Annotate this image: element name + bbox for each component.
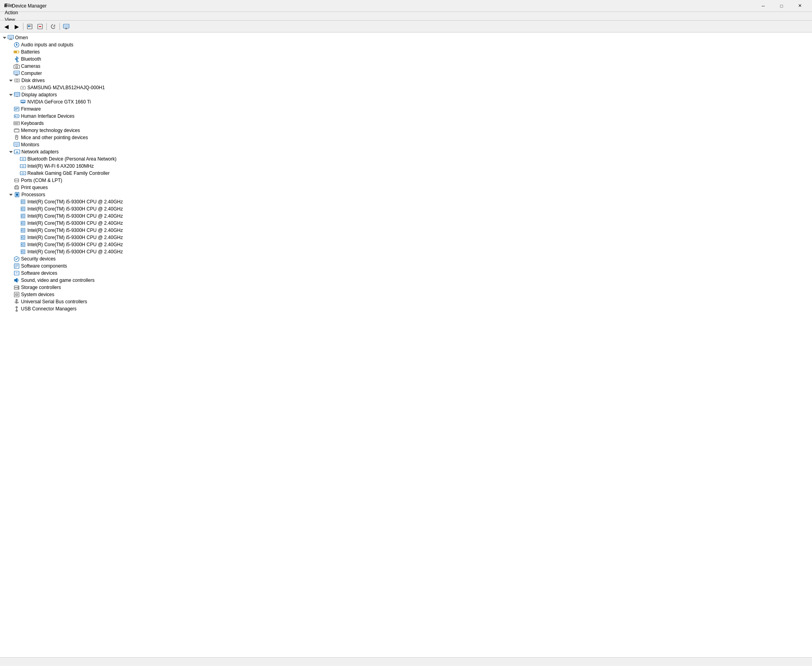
svg-marker-40 [9, 94, 13, 96]
tree-item: Network adaptersBluetooth Device (Person… [0, 148, 812, 177]
tree-root-row[interactable]: Omen [0, 34, 812, 41]
device-tree-content[interactable]: OmenAudio inputs and outputsBatteriesBlu… [0, 33, 812, 657]
tree-row[interactable]: SAMSUNG MZVLB512HAJQ-000H1 [0, 84, 812, 91]
close-button[interactable]: ✕ [791, 0, 809, 12]
tree-row[interactable]: Storage controllers [0, 284, 812, 291]
tree-item: Intel(R) Core(TM) i5-9300H CPU @ 2.40GHz [0, 227, 812, 234]
svg-point-84 [16, 180, 17, 181]
tree-row[interactable]: Human Interface Devices [0, 113, 812, 120]
tree-item: Display adaptorsNVIDIA GeForce GTX 1660 … [0, 91, 812, 105]
disable-button[interactable] [35, 22, 45, 31]
svg-rect-60 [18, 122, 19, 123]
svg-point-75 [17, 152, 17, 153]
collapse-button[interactable] [8, 92, 13, 98]
tree-item: SAMSUNG MZVLB512HAJQ-000H1 [0, 84, 812, 91]
minimize-button[interactable]: ─ [754, 0, 772, 12]
tree-row[interactable]: Intel(R) Wi-Fi 6 AX200 160MHz [0, 163, 812, 170]
tree-row[interactable]: Monitors [0, 141, 812, 148]
maximize-button[interactable]: □ [772, 0, 791, 12]
tree-row[interactable]: Intel(R) Core(TM) i5-9300H CPU @ 2.40GHz [0, 227, 812, 234]
tree-item: Universal Serial Bus controllers [0, 298, 812, 305]
node-label: Intel(R) Wi-Fi 6 AX200 160MHz [27, 163, 94, 169]
menu-item-action[interactable]: Action [2, 9, 21, 16]
node-label: Universal Serial Bus controllers [21, 299, 87, 304]
tree-row[interactable]: Realtek Gaming GbE Family Controller [0, 170, 812, 177]
svg-point-136 [16, 294, 17, 295]
tree-row[interactable]: Ports (COM & LPT) [0, 177, 812, 184]
tree-row[interactable]: Intel(R) Core(TM) i5-9300H CPU @ 2.40GHz [0, 205, 812, 212]
svg-marker-11 [3, 37, 6, 39]
tree-item: Intel(R) Core(TM) i5-9300H CPU @ 2.40GHz [0, 241, 812, 248]
collapse-button[interactable] [8, 192, 13, 197]
tree-row[interactable]: NVIDIA GeForce GTX 1660 Ti [0, 98, 812, 105]
tree-item: ProcessorsIntel(R) Core(TM) i5-9300H CPU… [0, 191, 812, 255]
tree-row[interactable]: Processors [0, 191, 812, 198]
mouse-icon [13, 134, 20, 141]
tree-row[interactable]: Intel(R) Core(TM) i5-9300H CPU @ 2.40GHz [0, 198, 812, 205]
tree-item: Keyboards [0, 120, 812, 127]
tree-row[interactable]: Universal Serial Bus controllers [0, 298, 812, 305]
tree-row[interactable]: Print queues [0, 184, 812, 191]
tree-row[interactable]: Computer [0, 70, 812, 77]
node-label: Intel(R) Core(TM) i5-9300H CPU @ 2.40GHz [27, 206, 123, 212]
tree-row[interactable]: Intel(R) Core(TM) i5-9300H CPU @ 2.40GHz [0, 212, 812, 220]
tree-row[interactable]: USB Connector Managers [0, 305, 812, 312]
tree-row[interactable]: Keyboards [0, 120, 812, 127]
svg-rect-59 [17, 122, 18, 123]
tree-row[interactable]: Software components [0, 262, 812, 270]
computer-icon [8, 34, 14, 41]
tree-row[interactable]: Software devices [0, 270, 812, 277]
collapse-button[interactable] [2, 35, 7, 40]
properties-icon [27, 23, 33, 30]
tree-row[interactable]: Cameras [0, 63, 812, 70]
system-icon [13, 291, 20, 298]
tree-row[interactable]: System devices [0, 291, 812, 298]
tree-row[interactable]: Bluetooth [0, 56, 812, 63]
svg-point-77 [23, 159, 23, 160]
collapse-button[interactable] [8, 149, 13, 155]
monitor-button[interactable] [61, 22, 71, 31]
tree-row[interactable]: Batteries [0, 48, 812, 56]
tree-row[interactable]: Intel(R) Core(TM) i5-9300H CPU @ 2.40GHz [0, 248, 812, 255]
tree-row[interactable]: Intel(R) Core(TM) i5-9300H CPU @ 2.40GHz [0, 220, 812, 227]
tree-row[interactable]: Security devices [0, 255, 812, 262]
tree-item: Firmware [0, 105, 812, 113]
tree-children: Bluetooth Device (Personal Area Network)… [0, 155, 812, 177]
tree-row[interactable]: Mice and other pointing devices [0, 134, 812, 141]
svg-rect-1 [28, 25, 30, 27]
processor-item-icon [20, 241, 26, 248]
tree-row[interactable]: Disk drives [0, 77, 812, 84]
tree-row[interactable]: Audio inputs and outputs [0, 41, 812, 48]
menu-item-file[interactable]: File [2, 2, 21, 9]
tree-item: Intel(R) Core(TM) i5-9300H CPU @ 2.40GHz [0, 234, 812, 241]
node-label: Ports (COM & LPT) [21, 178, 62, 183]
tree-row[interactable]: Display adaptors [0, 91, 812, 98]
svg-marker-73 [9, 151, 13, 153]
tree-row[interactable]: Memory technology devices [0, 127, 812, 134]
node-label: System devices [21, 292, 54, 297]
root-label: Omen [15, 35, 28, 40]
tree-row[interactable]: Network adapters [0, 148, 812, 155]
node-label: Software components [21, 263, 67, 269]
forward-button[interactable]: ▶ [12, 22, 21, 31]
tree-row[interactable]: Bluetooth Device (Personal Area Network) [0, 155, 812, 163]
properties-button[interactable] [25, 22, 34, 31]
back-button[interactable]: ◀ [2, 22, 11, 31]
tree-row[interactable]: Sound, video and game controllers [0, 277, 812, 284]
svg-rect-13 [9, 36, 13, 38]
tree-row[interactable]: Intel(R) Core(TM) i5-9300H CPU @ 2.40GHz [0, 234, 812, 241]
tree-row[interactable]: Intel(R) Core(TM) i5-9300H CPU @ 2.40GHz [0, 241, 812, 248]
tree-item: Computer [0, 70, 812, 77]
node-label: Intel(R) Core(TM) i5-9300H CPU @ 2.40GHz [27, 228, 123, 233]
network-item-icon [20, 163, 26, 169]
usb2-icon [13, 306, 20, 312]
window-title: Device Manager [12, 3, 754, 9]
node-label: Intel(R) Core(TM) i5-9300H CPU @ 2.40GHz [27, 242, 123, 247]
audio-icon [13, 42, 20, 48]
collapse-button[interactable] [8, 78, 13, 83]
svg-rect-127 [15, 272, 18, 274]
node-label: Monitors [21, 142, 39, 147]
tree-item: Intel(R) Core(TM) i5-9300H CPU @ 2.40GHz [0, 198, 812, 205]
tree-row[interactable]: Firmware [0, 105, 812, 113]
refresh-button[interactable] [48, 22, 58, 31]
